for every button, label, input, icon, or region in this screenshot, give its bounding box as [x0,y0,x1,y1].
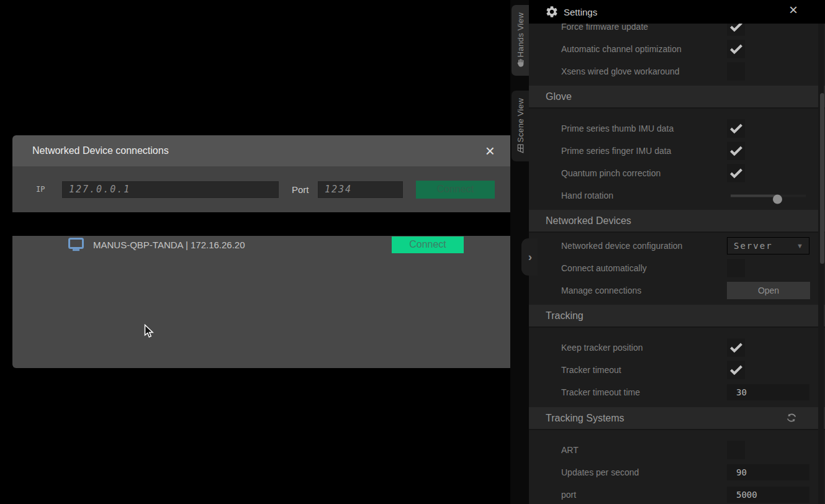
settings-row: Quantum pinch correction [529,162,825,184]
section-header-networked-devices: Networked Devices [529,210,825,233]
settings-row: Connect automatically [529,257,825,279]
check-icon [729,168,743,179]
settings-row: Tracker timeout time [529,381,825,403]
check-icon [729,343,743,353]
app-window: Networked Device connections × IP Port C… [0,0,825,504]
row-label: Connect automatically [561,263,647,273]
section-tracking-systems-rows: ART Updates per second port [529,430,825,504]
checkbox[interactable] [727,339,745,357]
networked-device-connections-dialog: Networked Device connections × IP Port C… [12,135,517,368]
device-name: MANUS-QBP-TANDA | 172.16.26.20 [93,240,392,250]
close-icon[interactable]: × [485,143,495,159]
settings-title: Settings [564,7,597,17]
check-icon [729,44,743,55]
slider-fill [731,195,777,197]
settings-panel: Force firmware update Automatic channel … [529,0,825,504]
ip-input[interactable] [62,181,279,198]
section-header-glove: Glove [529,86,825,109]
row-label: Tracker timeout time [561,387,640,397]
settings-row: Prime series thumb IMU data [529,117,825,140]
settings-row: Hand rotation [529,184,825,207]
tab-label: Hands View [516,12,525,57]
checkbox[interactable] [727,120,745,138]
section-header-tracking: Tracking [529,305,825,328]
scrollbar-thumb[interactable] [820,93,824,264]
row-label: Hand rotation [561,191,613,200]
section-title: Tracking [546,310,584,322]
settings-row: Tracker timeout [529,359,825,381]
caret-down-icon: ▼ [796,242,803,250]
settings-row: ART [529,439,825,461]
section-tracking-rows: Keep tracker position Tracker timeout Tr… [529,328,825,403]
tab-hands-view[interactable]: Hands View [512,5,529,76]
settings-row: Manage connections Open [529,279,825,302]
row-label: Prime series finger IMU data [561,146,671,156]
row-label: port [561,490,576,500]
row-label: Prime series thumb IMU data [561,124,674,133]
section-glove-rows: Prime series thumb IMU data Prime series… [529,109,825,207]
settings-row: port [529,484,825,504]
row-label: Tracker timeout [561,365,621,375]
network-config-dropdown[interactable]: Server ▼ [727,237,809,254]
tab-scene-view[interactable]: Scene View [512,91,529,161]
section-networked-devices-rows: Networked device configuration Server ▼ … [529,233,825,302]
settings-row: Xsens wired glove workaround [529,60,825,83]
settings-collapse-handle[interactable]: › [521,238,538,276]
checkbox[interactable] [727,259,745,277]
connect-button[interactable]: Connect [416,181,495,199]
settings-content: Force firmware update Automatic channel … [529,0,825,504]
slider-thumb[interactable] [773,195,782,204]
row-label: Networked device configuration [561,241,682,251]
section-title: Glove [546,91,572,102]
settings-row: Prime series finger IMU data [529,140,825,162]
check-icon [729,124,743,134]
close-icon[interactable]: × [789,2,798,17]
settings-row: Updates per second [529,461,825,484]
dialog-device-list: MANUS-QBP-TANDA | 172.16.26.20 Connect [12,236,517,368]
checkbox[interactable] [727,164,745,182]
settings-row: Automatic channel optimization [529,38,825,60]
checkbox[interactable] [727,142,745,160]
dialog-connect-bar: IP Port Connect [12,166,517,212]
settings-header: Settings × [529,0,825,24]
port-input[interactable] [318,181,403,198]
port-number-input[interactable] [727,487,809,503]
section-title: Networked Devices [546,215,631,227]
checkbox[interactable] [727,361,745,379]
mouse-cursor [144,324,155,339]
port-label: Port [292,184,309,195]
row-label: Manage connections [561,286,641,295]
checkbox[interactable] [727,441,745,459]
device-row[interactable]: MANUS-QBP-TANDA | 172.16.26.20 Connect [68,236,464,253]
check-icon [729,365,743,376]
row-label: Keep tracker position [561,343,643,353]
dialog-title: Networked Device connections [32,145,169,156]
check-icon [729,146,743,156]
dialog-header: Networked Device connections × [12,135,517,166]
checkbox[interactable] [727,40,745,58]
row-label: Xsens wired glove workaround [561,66,680,76]
open-connections-button[interactable]: Open [727,282,810,299]
device-connect-button[interactable]: Connect [392,236,464,253]
ip-label: IP [36,185,45,194]
gear-icon [545,5,559,19]
monitor-icon [68,238,84,251]
row-label: Automatic channel optimization [561,44,682,54]
section-header-tracking-systems: Tracking Systems [529,407,825,430]
row-label: ART [561,445,579,455]
tracker-timeout-time-input[interactable] [727,384,809,400]
refresh-icon[interactable] [785,412,798,424]
scene-grid-icon [515,143,526,154]
row-label: Updates per second [561,467,639,477]
tab-label: Scene View [516,98,525,142]
row-label: Quantum pinch correction [561,168,660,178]
updates-per-second-input[interactable] [727,464,809,480]
hand-icon [515,58,526,68]
settings-row: Networked device configuration Server ▼ [529,235,825,257]
section-title: Tracking Systems [546,413,624,424]
settings-row: Keep tracker position [529,336,825,359]
dropdown-value: Server [734,241,773,251]
hand-rotation-slider[interactable] [731,191,806,200]
chevron-right-icon: › [528,250,532,264]
checkbox[interactable] [727,63,745,81]
